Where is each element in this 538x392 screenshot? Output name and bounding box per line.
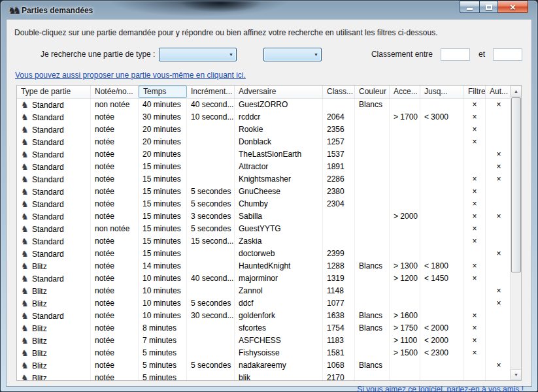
table-cell: notée	[91, 310, 139, 322]
table-cell: 40 second...	[187, 99, 235, 111]
table-cell	[187, 123, 235, 136]
scroll-down-button[interactable]: ▼	[511, 369, 522, 380]
column-header[interactable]: Couleur	[355, 86, 390, 98]
table-cell: ×	[464, 186, 486, 198]
table-cell: notée	[91, 347, 139, 359]
column-header[interactable]: Incrément...	[187, 86, 235, 98]
table-row[interactable]: ♞Standardnotée15 minutesAttractor1891×	[17, 161, 510, 173]
table-row[interactable]: ♞Blitznotée5 minutesblik2170	[17, 372, 510, 380]
rating-min-input[interactable]	[441, 48, 470, 61]
chevron-down-icon[interactable]: ▼	[226, 48, 236, 61]
scrollbar-thumb[interactable]	[511, 97, 521, 272]
table-cell	[486, 111, 510, 123]
chess-piece-icon: ♞	[21, 161, 32, 173]
table-cell: 1537	[323, 148, 355, 161]
table-cell	[323, 235, 355, 248]
table-cell: 15 minutes	[139, 248, 187, 260]
table-cell: 1891	[323, 161, 355, 173]
propose-game-link[interactable]: Vous pouvez aussi proposer une partie vo…	[15, 71, 246, 80]
column-header[interactable]: Temps	[139, 86, 187, 98]
column-header[interactable]: Filtre	[464, 86, 486, 98]
maximize-button[interactable]	[479, 1, 498, 13]
table-cell	[355, 335, 390, 347]
table-row[interactable]: ♞Standardnotée10 minutes30 second...gold…	[17, 310, 510, 322]
table-cell: ×	[464, 123, 486, 136]
table-cell	[420, 161, 464, 173]
chess-piece-icon: ♞	[21, 123, 32, 136]
table-row[interactable]: ♞Blitznotée10 minutes5 secondesddcf1077×	[17, 297, 510, 310]
table-cell	[355, 235, 390, 248]
table-row[interactable]: ♞Standardnotée20 minutesRookie2356×	[17, 123, 510, 136]
table-cell: > 1600	[390, 310, 420, 322]
column-header[interactable]: Acce...	[390, 86, 420, 98]
table-cell	[486, 223, 510, 235]
table-row[interactable]: ♞Standardnotée15 minutesKnightsmasher228…	[17, 173, 510, 186]
column-header[interactable]: Type de partie	[17, 86, 91, 98]
column-header[interactable]: Notée/no...	[91, 86, 139, 98]
game-type-select[interactable]: ▼	[159, 48, 237, 61]
table-cell: ♞Standard	[17, 198, 91, 210]
table-cell: 1754	[323, 322, 355, 335]
table-row[interactable]: ♞Blitznotée14 minutesHauntedKnight1288Bl…	[17, 260, 510, 272]
table-cell: ♞Blitz	[17, 359, 91, 372]
table-cell: ×	[464, 198, 486, 210]
table-row[interactable]: ♞Standardnotée30 minutes10 second...rcdd…	[17, 111, 510, 123]
chevron-down-icon[interactable]: ▼	[311, 48, 321, 61]
table-row[interactable]: ♞Blitznotée10 minutesZannol1148×	[17, 285, 510, 297]
table-cell	[464, 248, 486, 260]
game-subtype-select[interactable]: ▼	[263, 48, 322, 61]
table-row[interactable]: ♞Standardnotée20 minutesTheLastSionEarth…	[17, 148, 510, 161]
table-cell	[390, 297, 420, 310]
scroll-up-button[interactable]: ▲	[511, 86, 522, 97]
table-cell	[187, 173, 235, 186]
table-cell: ×	[464, 99, 486, 111]
table-cell: Fishysoisse	[235, 347, 323, 359]
table-cell: ×	[464, 347, 486, 359]
table-body: ♞Standardnon notée40 minutes40 second...…	[17, 99, 510, 380]
table-row[interactable]: ♞Standardnotée15 minutes5 secondesChumby…	[17, 198, 510, 210]
window: ♞♞ Parties demandées × Double-cliquez su…	[0, 0, 538, 392]
column-header[interactable]: Class...	[323, 86, 355, 98]
table-cell: 1288	[323, 260, 355, 272]
table-row[interactable]: ♞Standardnotée15 minutes5 secondesGnuChe…	[17, 186, 510, 198]
table-row[interactable]: ♞Blitznotée5 minutes5 secondesnadakareem…	[17, 359, 510, 372]
chess-piece-icon: ♞	[21, 347, 32, 359]
column-header[interactable]: Aut...	[486, 86, 513, 98]
table-row[interactable]: ♞Standardnotée20 minutesDonblack1257×	[17, 136, 510, 148]
close-button[interactable]: ×	[498, 1, 528, 13]
table-cell: ×	[464, 223, 486, 235]
table-row[interactable]: ♞Standardnotée15 minutes15 second...Zask…	[17, 235, 510, 248]
table-row[interactable]: ♞Standardnotée10 minutes40 second...majo…	[17, 272, 510, 285]
table-cell: ×	[464, 235, 486, 248]
table-cell: < 1800	[420, 260, 464, 272]
table-cell: ♞Blitz	[17, 347, 91, 359]
table-cell	[355, 148, 390, 161]
table-cell: 2356	[323, 123, 355, 136]
column-header[interactable]: Jusq...	[420, 86, 464, 98]
table-cell: ×	[486, 173, 510, 186]
table-cell: notée	[91, 248, 139, 260]
table-cell: 15 minutes	[139, 198, 187, 210]
table-row[interactable]: ♞Standardnotée15 minutes3 secondesSabill…	[17, 210, 510, 223]
table-header-row: Type de partieNotée/no...TempsIncrément.…	[17, 86, 521, 99]
table-cell: notée	[91, 161, 139, 173]
table-row[interactable]: ♞Standardnotée15 minutesdoctorweb2399×	[17, 248, 510, 260]
table-cell: ×	[486, 148, 510, 161]
table-cell	[390, 161, 420, 173]
vertical-scrollbar[interactable]: ▲ ▼	[510, 86, 521, 380]
table-row[interactable]: ♞Standardnon notée40 minutes40 second...…	[17, 99, 510, 111]
game-type-label: Je recherche une partie de type :	[41, 50, 155, 59]
table-cell: 15 minutes	[139, 161, 187, 173]
table-row[interactable]: ♞Standardnon notée15 minutes5 secondesGu…	[17, 223, 510, 235]
table-row[interactable]: ♞Blitznotée8 minutessfcortes1754Blancs> …	[17, 322, 510, 335]
column-header[interactable]: Adversaire	[235, 86, 323, 98]
table-cell: 1068	[323, 359, 355, 372]
table-cell: < 2000	[420, 322, 464, 335]
table-cell: 15 minutes	[139, 173, 187, 186]
table-cell: HauntedKnight	[235, 260, 323, 272]
table-row[interactable]: ♞Blitznotée5 minutesFishysoisse1581> 150…	[17, 347, 510, 359]
rating-max-input[interactable]	[493, 48, 522, 61]
footer-share-link[interactable]: Si vous aimez ce logiciel, parlez-en à v…	[357, 385, 524, 392]
minimize-button[interactable]	[460, 1, 479, 13]
table-row[interactable]: ♞Blitznotée7 minutesASFCHESS1183> 1100< …	[17, 335, 510, 347]
